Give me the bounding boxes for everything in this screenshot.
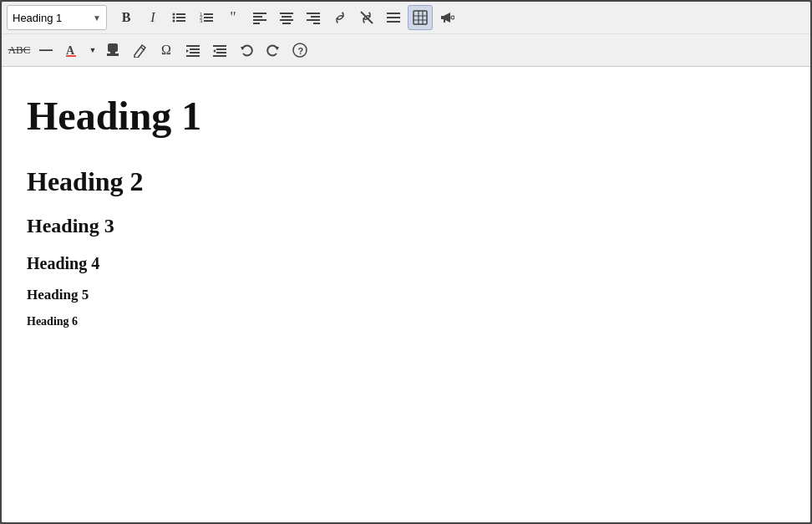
svg-rect-5 <box>176 20 185 22</box>
heading-3: Heading 3 <box>27 214 785 238</box>
undo-icon <box>239 43 254 58</box>
help-button[interactable]: ? <box>287 38 312 63</box>
svg-rect-26 <box>387 17 400 18</box>
heading-5: Heading 5 <box>27 287 785 303</box>
align-center-icon <box>279 10 294 25</box>
svg-rect-12 <box>253 13 266 14</box>
indent-icon <box>185 43 200 58</box>
svg-rect-27 <box>387 21 400 23</box>
align-left-button[interactable] <box>247 5 272 30</box>
style-selector-arrow: ▼ <box>93 13 101 23</box>
chevron-down-icon: ▼ <box>89 46 97 54</box>
toolbar-row-2: ABC — A ▼ <box>2 34 810 66</box>
editor-container: Heading 1 ▼ B I <box>0 0 812 524</box>
svg-rect-1 <box>176 13 185 15</box>
svg-rect-14 <box>253 19 266 21</box>
blockquote-button[interactable]: " <box>221 5 246 30</box>
heading-1: Heading 1 <box>27 92 785 140</box>
svg-rect-13 <box>253 16 262 18</box>
text-color-dropdown-button[interactable]: ▼ <box>87 38 99 63</box>
svg-rect-17 <box>282 16 292 18</box>
svg-rect-16 <box>280 13 293 14</box>
svg-rect-38 <box>107 53 119 56</box>
outdent-icon <box>212 43 227 58</box>
svg-marker-50 <box>213 49 216 53</box>
heading-6: Heading 6 <box>27 315 785 329</box>
stamp-icon <box>105 43 120 58</box>
text-color-icon: A <box>65 43 80 58</box>
svg-point-0 <box>173 13 175 16</box>
svg-point-2 <box>173 17 175 19</box>
svg-rect-11 <box>204 20 213 22</box>
svg-rect-15 <box>253 23 260 24</box>
heading-4: Heading 4 <box>27 253 785 273</box>
unordered-list-button[interactable] <box>167 5 192 30</box>
svg-rect-36 <box>66 55 76 57</box>
svg-point-4 <box>173 20 175 23</box>
bold-button[interactable]: B <box>114 5 139 30</box>
svg-rect-21 <box>311 16 320 18</box>
svg-marker-51 <box>241 47 245 50</box>
svg-rect-49 <box>213 55 226 57</box>
megaphone-button[interactable] <box>434 5 459 30</box>
indent-button[interactable] <box>180 38 206 63</box>
svg-line-24 <box>361 12 373 23</box>
em-dash-icon: — <box>39 43 53 58</box>
unlink-icon <box>359 10 374 25</box>
undo-button[interactable] <box>234 38 259 63</box>
erase-button[interactable] <box>127 38 152 63</box>
svg-rect-43 <box>190 52 200 53</box>
svg-rect-3 <box>176 17 185 18</box>
hr-icon <box>386 10 401 25</box>
unordered-list-icon <box>172 10 187 25</box>
align-right-button[interactable] <box>301 5 326 30</box>
svg-rect-37 <box>108 43 118 52</box>
redo-button[interactable] <box>261 38 286 63</box>
svg-rect-44 <box>186 55 200 57</box>
svg-marker-52 <box>275 47 279 50</box>
svg-rect-23 <box>313 23 320 24</box>
unlink-button[interactable] <box>354 5 379 30</box>
link-icon <box>332 10 348 25</box>
omega-icon: Ω <box>161 43 171 58</box>
italic-icon: I <box>150 10 155 25</box>
hr-button[interactable] <box>381 5 406 30</box>
toolbar: Heading 1 ▼ B I <box>2 2 810 67</box>
svg-rect-28 <box>414 11 427 24</box>
svg-text:3.: 3. <box>200 18 204 23</box>
heading-2: Heading 2 <box>27 165 785 197</box>
em-dash-button[interactable]: — <box>33 38 58 63</box>
style-selector-label: Heading 1 <box>13 12 89 24</box>
outdent-button[interactable] <box>207 38 232 63</box>
svg-rect-20 <box>307 13 320 14</box>
svg-point-34 <box>451 16 454 19</box>
megaphone-icon <box>439 10 454 25</box>
svg-rect-19 <box>282 23 291 24</box>
svg-rect-7 <box>204 13 213 15</box>
svg-rect-18 <box>280 19 293 21</box>
bold-icon: B <box>122 10 131 25</box>
stamp-button[interactable] <box>100 38 125 63</box>
blockquote-icon: " <box>230 10 236 25</box>
svg-marker-45 <box>186 49 189 53</box>
svg-rect-25 <box>387 13 400 14</box>
align-center-button[interactable] <box>274 5 299 30</box>
svg-rect-48 <box>216 52 226 53</box>
svg-rect-46 <box>213 45 226 47</box>
strikethrough-icon: ABC <box>8 43 31 57</box>
align-left-icon <box>252 10 267 25</box>
editor-content[interactable]: Heading 1 Heading 2 Heading 3 Heading 4 … <box>2 67 810 522</box>
table-button[interactable] <box>408 5 433 30</box>
style-selector[interactable]: Heading 1 ▼ <box>7 5 107 30</box>
svg-rect-47 <box>216 48 226 50</box>
svg-rect-22 <box>307 19 320 21</box>
ordered-list-button[interactable]: 1. 2. 3. <box>194 5 219 30</box>
svg-rect-33 <box>444 19 445 23</box>
strikethrough-button[interactable]: ABC <box>7 38 32 63</box>
italic-button[interactable]: I <box>140 5 165 30</box>
table-icon <box>413 10 428 25</box>
link-button[interactable] <box>327 5 353 30</box>
omega-button[interactable]: Ω <box>154 38 179 63</box>
text-color-button[interactable]: A <box>60 38 85 63</box>
svg-rect-42 <box>190 48 200 50</box>
